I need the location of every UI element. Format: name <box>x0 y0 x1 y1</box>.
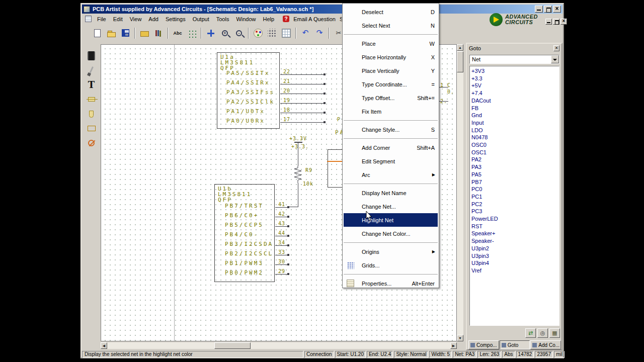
pin-row[interactable]: PB6/C0+42 <box>215 212 274 219</box>
menu-output[interactable]: Output <box>189 15 213 24</box>
pin-row[interactable]: PB3/I2CSDA34 <box>215 241 274 247</box>
net-item[interactable]: U3pin3 <box>471 252 559 260</box>
wire-segment[interactable] <box>438 87 448 87</box>
pin-row[interactable]: PB2/I2CSCL33 <box>215 250 274 257</box>
net-item[interactable]: PC0 <box>471 186 559 193</box>
toolbar-zoom-in-button[interactable] <box>218 27 231 40</box>
tool-knife-button[interactable] <box>85 63 99 77</box>
context-arc[interactable]: Arc▶ <box>343 168 439 182</box>
tool-text-button[interactable]: T <box>85 78 99 92</box>
locate-button[interactable]: ◎ <box>537 328 548 338</box>
pin-row[interactable]: PA1/U0Tx18 <box>217 108 279 115</box>
email-question-link[interactable]: Email A Question <box>291 16 338 22</box>
document-icon[interactable] <box>85 16 92 22</box>
component-u1b[interactable]: U1b LM3S811 QFP PB7/TRST41PB6/C0+42PB5/C… <box>214 184 275 282</box>
net-item[interactable]: N0478 <box>471 134 559 141</box>
pin-row[interactable]: PB5/CCP543 <box>215 222 274 228</box>
net-item[interactable]: OSC1 <box>471 149 559 156</box>
net-item[interactable]: PC1 <box>471 193 559 201</box>
context-origins[interactable]: Origins▶ <box>343 245 439 258</box>
net-item[interactable]: PA3 <box>471 163 559 171</box>
context-type-coordinate[interactable]: Type Coordinate...= <box>343 77 439 91</box>
goto-panel-caption[interactable]: Goto ✕ <box>468 45 560 52</box>
mdi-restore-button[interactable] <box>553 19 559 25</box>
context-properties[interactable]: Properties...Alt+Enter <box>343 277 439 290</box>
context-edit-segment[interactable]: Edit Segment <box>343 154 439 168</box>
net-item[interactable]: Input <box>471 119 559 127</box>
menu-file[interactable]: File <box>94 15 110 24</box>
menu-settings[interactable]: Settings <box>162 15 189 24</box>
context-grids[interactable]: Grids... <box>343 258 439 272</box>
net-item[interactable]: FB <box>471 105 559 112</box>
mdi-minimize-button[interactable] <box>545 19 552 25</box>
menu-help[interactable]: Help <box>260 15 278 24</box>
context-display-net-name[interactable]: Display Net Name <box>343 186 439 200</box>
toolbar-save-button[interactable] <box>119 27 132 40</box>
net-item[interactable]: LDO <box>471 127 559 134</box>
net-item[interactable]: Speaker- <box>471 237 559 245</box>
net-item[interactable]: Gnd <box>471 112 559 119</box>
net-item[interactable]: U3pin2 <box>471 245 559 252</box>
toolbar-redo-button[interactable] <box>313 27 326 40</box>
pin-row[interactable]: PA2/SSIClk19 <box>217 99 279 105</box>
net-item[interactable]: PA2 <box>471 156 559 163</box>
net-list[interactable]: +3V3+3.3+5V+7.4DACoutFBGndInputLDON0478O… <box>469 66 559 326</box>
vertical-scrollbar[interactable]: ▲ ▼ <box>457 44 463 341</box>
toolbar-colors-button[interactable] <box>252 27 265 40</box>
toolbar-open-button[interactable] <box>105 27 118 40</box>
toolbar-text-style-button[interactable]: Abc <box>171 27 184 40</box>
tab-compo[interactable]: Compo... <box>468 340 499 349</box>
toolbar-folder-button[interactable] <box>138 27 151 40</box>
net-item[interactable]: +5V <box>471 82 559 89</box>
toolbar-undo-button[interactable] <box>299 27 312 40</box>
net-item[interactable]: +3.3 <box>471 75 559 82</box>
horizontal-scroll-thumb[interactable] <box>214 342 251 349</box>
pin-row[interactable]: PA5/SSITx22 <box>217 70 279 76</box>
context-deselect[interactable]: DeselectD <box>343 5 439 19</box>
vertical-scroll-thumb[interactable] <box>457 51 463 72</box>
tool-symbol-a-button[interactable] <box>85 93 99 106</box>
component-u1a[interactable]: U1a LM3S811 QFP PA5/SSITx22PA4/SSIRx21PA… <box>217 52 280 129</box>
tool-no-connect-button[interactable] <box>85 136 99 150</box>
toolbar-zoom-out-button[interactable] <box>232 27 246 40</box>
scroll-right-arrow[interactable]: ▶ <box>450 342 457 349</box>
resistor-r9[interactable] <box>294 166 302 183</box>
wire-segment[interactable] <box>298 143 298 166</box>
context-type-offset[interactable]: Type Offset...Shift+= <box>343 91 439 105</box>
toolbar-grid-button[interactable] <box>266 27 279 40</box>
scroll-down-arrow[interactable]: ▼ <box>457 335 463 341</box>
tool-component-button[interactable] <box>85 49 99 62</box>
highlighted-wire[interactable] <box>327 161 344 162</box>
tool-shape-button[interactable] <box>85 122 99 135</box>
context-select-next[interactable]: Select NextN <box>343 19 439 32</box>
net-item[interactable]: PB7 <box>471 178 559 186</box>
net-item[interactable]: Speaker+ <box>471 230 559 237</box>
toolbar-new-file-button[interactable] <box>91 27 104 40</box>
net-item[interactable]: OSC0 <box>471 141 559 149</box>
filter-button[interactable]: ▦ <box>549 328 560 338</box>
pin-row[interactable]: PA4/SSIRx21 <box>217 79 279 86</box>
net-item[interactable]: +7.4 <box>471 89 559 97</box>
wire-segment[interactable] <box>298 183 298 207</box>
pin-row[interactable]: PA0/U0Rx17 <box>217 118 279 124</box>
context-place-vertically[interactable]: Place VerticallyY <box>343 64 439 77</box>
context-highlight-net[interactable]: Highlight Net <box>344 213 438 227</box>
horizontal-scrollbar[interactable]: ◀ ▶ <box>101 342 457 349</box>
goto-close-icon[interactable]: ✕ <box>553 45 559 51</box>
pin-row[interactable]: PA3/SSIFss20 <box>217 89 279 96</box>
mdi-close-button[interactable] <box>560 19 567 25</box>
menu-tools[interactable]: Tools <box>213 15 233 24</box>
context-place[interactable]: PlaceW <box>343 37 439 50</box>
context-add-corner[interactable]: Add CornerShift+A <box>343 141 439 154</box>
wire-segment[interactable] <box>287 207 298 207</box>
context-change-style[interactable]: Change Style...S <box>343 123 439 136</box>
pin-row[interactable]: PB7/TRST41 <box>215 203 274 209</box>
net-item[interactable]: PowerLED <box>471 215 559 223</box>
toolbar-pan-button[interactable] <box>204 27 217 40</box>
toolbar-library-button[interactable] <box>152 27 165 40</box>
wire-segment[interactable] <box>438 101 448 102</box>
tool-symbol-b-button[interactable] <box>85 107 99 121</box>
pin-row[interactable]: PB0/PWM229 <box>215 269 274 276</box>
goto-type-dropdown[interactable]: Net <box>469 55 559 64</box>
context-fix-item[interactable]: Fix Item <box>343 105 439 118</box>
